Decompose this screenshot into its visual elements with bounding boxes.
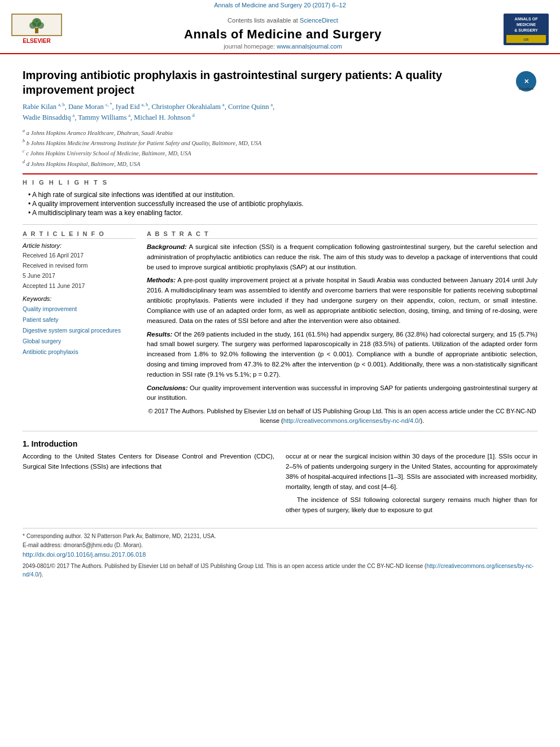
article-info-column: A R T I C L E I N F O Article history: R… [23, 230, 135, 425]
license-footer-line: 2049-0801/© 2017 The Authors. Published … [23, 562, 537, 579]
crossmark-logo: ✕ CrossMark [515, 70, 537, 96]
highlight-item: A high rate of surgical site infections … [28, 190, 537, 199]
affiliations-block: a a Johns Hopkins Aramco Healthcare, Dha… [23, 128, 537, 169]
svg-text:CrossMark: CrossMark [519, 87, 533, 90]
homepage-link[interactable]: www.annalsjournal.com [277, 43, 342, 50]
highlight-item: A multidisciplinary team was a key enabl… [28, 208, 537, 217]
email-note: E-mail address: dmoran5@jhmi.edu (D. Mor… [23, 541, 537, 550]
svg-text:ELSEVIER: ELSEVIER [23, 38, 51, 44]
abstract-conclusions: Conclusions: Our quality improvement int… [147, 383, 537, 404]
info-abstract-columns: A R T I C L E I N F O Article history: R… [23, 230, 537, 425]
keywords-list: Quality improvement Patient safety Diges… [23, 304, 135, 357]
sciencedirect-line: Contents lists available at ScienceDirec… [68, 16, 498, 25]
intro-col-right: occur at or near the surgical incision w… [286, 452, 537, 519]
intro-para-right-2: The incidence of SSI following colorecta… [286, 495, 537, 516]
article-info-heading: A R T I C L E I N F O [23, 230, 135, 239]
corresponding-author-note: * Corresponding author. 32 N Patterson P… [23, 532, 537, 541]
abstract-heading: A B S T R A C T [147, 230, 537, 239]
article-title-text: Improving antibiotic prophylaxis in gast… [23, 68, 515, 97]
footer-license-link[interactable]: http://creativecommons.org/licenses/by-n… [23, 563, 533, 578]
highlights-heading: H I G H L I G H T S [23, 179, 537, 186]
sciencedirect-link[interactable]: ScienceDirect [300, 17, 338, 24]
journal-homepage: journal homepage: www.annalsjournal.com [68, 43, 498, 50]
svg-point-6 [29, 22, 36, 29]
elsevier-logo: 🌳 ELSEVIER [11, 14, 62, 51]
history-dates: Received 16 April 2017 Received in revis… [23, 251, 135, 291]
journal-reference: Annals of Medicine and Surgery 20 (2017)… [0, 0, 560, 10]
svg-point-7 [37, 22, 44, 29]
svg-text:MEDICINE: MEDICINE [517, 23, 536, 27]
main-content: Improving antibiotic prophylaxis in gast… [0, 54, 560, 584]
abstract-background: Background: A surgical site infection (S… [147, 242, 537, 272]
abstract-results: Results: Of the 269 patients included in… [147, 330, 537, 380]
svg-text:✕: ✕ [524, 78, 529, 85]
doi-link[interactable]: http://dx.doi.org/10.1016/j.amsu.2017.06… [23, 551, 146, 558]
journal-logo-right: ANNALS OF MEDICINE & SURGERY IJS [504, 14, 549, 51]
divider-2 [23, 431, 537, 431]
svg-text:& SURGERY: & SURGERY [514, 28, 538, 32]
history-heading: Article history: [23, 242, 135, 249]
intro-para-left: According to the United States Centers f… [23, 452, 274, 472]
license-link[interactable]: http://creativecommons.org/licenses/by-n… [283, 417, 421, 424]
doi-line: http://dx.doi.org/10.1016/j.amsu.2017.06… [23, 550, 537, 560]
intro-para-right-1: occur at or near the surgical incision w… [286, 452, 537, 492]
divider-1 [23, 224, 537, 225]
footnotes-section: * Corresponding author. 32 N Patterson P… [23, 528, 537, 579]
divider-red [23, 173, 537, 174]
svg-rect-4 [35, 28, 38, 33]
journal-header: 🌳 ELSEVIER Contents lists available at S… [0, 10, 560, 54]
highlight-item: A quality improvement intervention succe… [28, 199, 537, 208]
article-title-block: Improving antibiotic prophylaxis in gast… [23, 68, 537, 97]
journal-title: Annals of Medicine and Surgery [68, 27, 498, 42]
journal-center-header: Contents lists available at ScienceDirec… [62, 14, 504, 53]
svg-text:IJS: IJS [523, 38, 528, 41]
abstract-methods: Methods: A pre-post quality improvement … [147, 276, 537, 326]
intro-col-left: According to the United States Centers f… [23, 452, 274, 519]
page: Annals of Medicine and Surgery 20 (2017)… [0, 0, 560, 747]
copyright-line: © 2017 The Authors. Published by Elsevie… [147, 407, 537, 425]
intro-columns: According to the United States Centers f… [23, 452, 537, 519]
abstract-column: A B S T R A C T Background: A surgical s… [147, 230, 537, 425]
authors-line: Rabie Kilan a, b, Dane Moran c, *, Iyad … [23, 102, 537, 123]
svg-text:ANNALS OF: ANNALS OF [515, 17, 539, 21]
highlights-list: A high rate of surgical site infections … [23, 188, 537, 220]
introduction-section: 1. Introduction According to the United … [23, 439, 537, 519]
highlights-section: H I G H L I G H T S A high rate of surgi… [23, 179, 537, 220]
intro-heading: 1. Introduction [23, 439, 537, 448]
keywords-heading: Keywords: [23, 295, 135, 302]
